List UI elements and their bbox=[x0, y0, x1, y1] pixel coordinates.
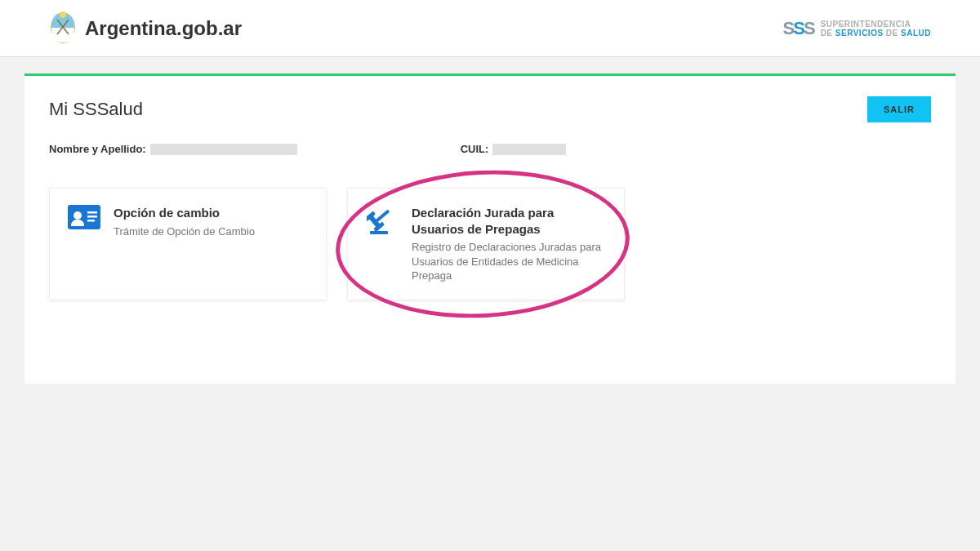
card-content: Declaración Jurada para Usuarios de Prep… bbox=[412, 205, 606, 283]
cuil-field: CUIL: bbox=[461, 143, 567, 155]
cuil-label: CUIL: bbox=[461, 143, 489, 155]
gavel-icon bbox=[366, 205, 399, 238]
org-line1: SUPERINTENDENCIA bbox=[821, 20, 931, 29]
brand-text: Argentina.gob.ar bbox=[85, 17, 242, 40]
svg-rect-14 bbox=[370, 231, 388, 234]
svg-rect-9 bbox=[87, 220, 95, 222]
page-title: Mi SSSalud bbox=[49, 99, 143, 120]
exit-button[interactable]: SALIR bbox=[867, 96, 931, 122]
sss-logo-icon: SSS bbox=[783, 18, 814, 39]
svg-point-2 bbox=[60, 11, 66, 18]
main-panel: Mi SSSalud SALIR Nombre y Apellido: CUIL… bbox=[24, 73, 956, 384]
brand[interactable]: Argentina.gob.ar bbox=[49, 10, 242, 47]
cards-container: Opción de cambio Trámite de Opción de Ca… bbox=[49, 188, 931, 300]
svg-rect-8 bbox=[87, 216, 97, 218]
name-label: Nombre y Apellido: bbox=[49, 143, 146, 155]
card-opcion-cambio[interactable]: Opción de cambio Trámite de Opción de Ca… bbox=[49, 188, 327, 300]
name-field: Nombre y Apellido: bbox=[49, 143, 297, 155]
card-title: Declaración Jurada para Usuarios de Prep… bbox=[412, 205, 606, 237]
argentina-shield-icon bbox=[49, 10, 77, 47]
top-header: Argentina.gob.ar SSS SUPERINTENDENCIA DE… bbox=[0, 0, 980, 57]
svg-point-6 bbox=[74, 211, 82, 220]
panel-header: Mi SSSalud SALIR bbox=[49, 96, 931, 122]
name-value-redacted bbox=[150, 144, 297, 155]
org-text: SUPERINTENDENCIA DE SERVICIOS DE SALUD bbox=[821, 20, 931, 38]
card-content: Opción de cambio Trámite de Opción de Ca… bbox=[114, 205, 255, 283]
svg-rect-13 bbox=[376, 209, 390, 222]
card-title: Opción de cambio bbox=[114, 205, 255, 221]
cuil-value-redacted bbox=[492, 144, 566, 155]
svg-rect-7 bbox=[87, 211, 97, 214]
card-desc: Registro de Declaraciones Juradas para U… bbox=[412, 240, 606, 283]
card-desc: Trámite de Opción de Cambio bbox=[114, 224, 255, 239]
id-card-icon bbox=[68, 205, 100, 238]
org-logo[interactable]: SSS SUPERINTENDENCIA DE SERVICIOS DE SAL… bbox=[783, 18, 931, 39]
card-declaracion-jurada[interactable]: Declaración Jurada para Usuarios de Prep… bbox=[347, 188, 625, 300]
user-info: Nombre y Apellido: CUIL: bbox=[49, 143, 931, 155]
